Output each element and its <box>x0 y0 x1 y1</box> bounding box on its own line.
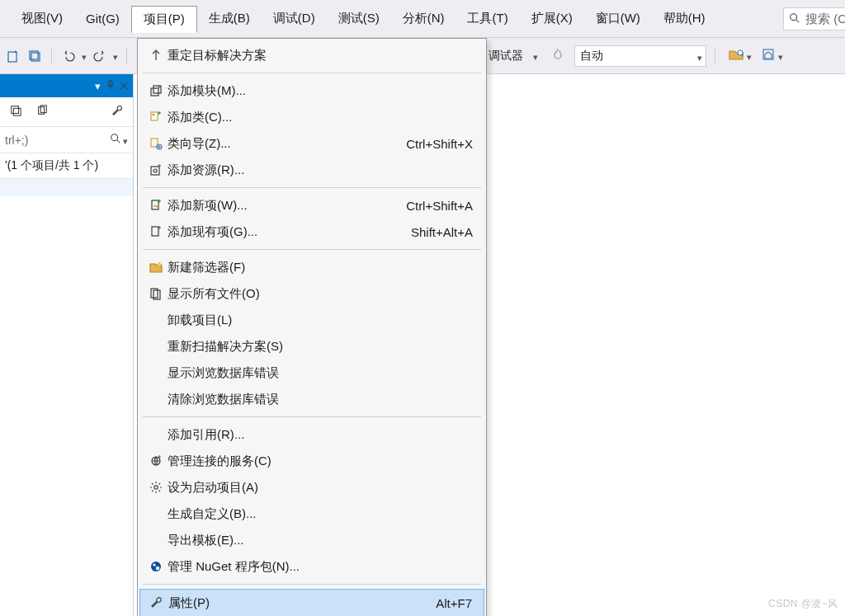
redo-icon[interactable] <box>92 48 108 64</box>
svg-line-1 <box>796 19 800 22</box>
debugger-dropdown-icon[interactable] <box>533 49 538 63</box>
home-dropdown-icon[interactable] <box>778 49 783 63</box>
menu-item[interactable]: 属性(P)Alt+F7 <box>139 589 484 616</box>
menu-item[interactable]: 显示浏览数据库错误 <box>139 360 484 386</box>
search-dropdown-icon[interactable] <box>123 133 128 147</box>
menu-item[interactable]: 管理连接的服务(C) <box>139 448 484 474</box>
menu-item-label: 管理 NuGet 程序包(N)... <box>168 559 473 575</box>
menu-item[interactable]: 添加资源(R)... <box>139 157 484 183</box>
flame-icon[interactable] <box>551 48 564 63</box>
menu-item[interactable]: 重新扫描解决方案(S) <box>139 333 484 360</box>
menu-item-label: 类向导(Z)... <box>168 136 406 152</box>
menu-item[interactable]: 添加类(C)... <box>139 104 484 130</box>
menu-window[interactable]: 窗口(W) <box>584 6 652 31</box>
svg-rect-11 <box>13 108 21 115</box>
menu-item[interactable]: 类向导(Z)...Ctrl+Shift+X <box>139 130 484 157</box>
menu-analyze[interactable]: 分析(N) <box>391 6 456 31</box>
menu-item[interactable]: 添加模块(M)... <box>139 78 484 104</box>
global-search[interactable]: 搜索 (C <box>783 7 845 31</box>
watermark: CSDN @凌~风 <box>768 597 838 611</box>
menu-test[interactable]: 测试(S) <box>327 6 391 31</box>
menu-project[interactable]: 项目(P) <box>131 6 197 33</box>
home-icon[interactable] <box>762 48 775 63</box>
panel-header-chevron-icon[interactable]: ▾ <box>93 80 101 92</box>
panel-search[interactable]: trl+;) <box>0 127 133 153</box>
menu-item[interactable]: 重定目标解决方案 <box>139 42 484 68</box>
svg-point-31 <box>151 562 161 571</box>
collapse-all-icon[interactable] <box>8 105 23 119</box>
menu-item[interactable]: 清除浏览数据库错误 <box>139 386 484 412</box>
folder-search-icon[interactable] <box>729 48 744 63</box>
svg-point-20 <box>153 114 155 116</box>
gear-icon <box>144 481 168 494</box>
menu-item-label: 显示浏览数据库错误 <box>168 365 473 381</box>
menu-item[interactable]: 添加新项(W)...Ctrl+Shift+A <box>139 192 484 219</box>
svg-point-0 <box>791 13 797 20</box>
new-item-icon[interactable] <box>5 48 21 64</box>
svg-point-24 <box>153 169 157 172</box>
menu-item-label: 生成自定义(B)... <box>168 506 473 522</box>
menu-item-shortcut: Ctrl+Shift+A <box>406 199 473 213</box>
pin-icon[interactable] <box>106 80 115 92</box>
folder-search-dropdown-icon[interactable] <box>747 49 752 63</box>
svg-rect-2 <box>8 52 17 62</box>
menu-item[interactable]: 生成自定义(B)... <box>139 501 484 527</box>
menu-item-label: 卸载项目(L) <box>168 313 473 328</box>
svg-rect-17 <box>151 88 158 96</box>
undo-icon[interactable] <box>60 48 77 64</box>
config-value: 自动 <box>580 49 687 63</box>
separator <box>715 47 715 65</box>
menu-item[interactable]: 显示所有文件(O) <box>139 280 484 307</box>
svg-rect-19 <box>151 112 158 120</box>
panel-toolbar <box>0 97 133 127</box>
menu-build[interactable]: 生成(B) <box>197 6 262 31</box>
svg-line-15 <box>117 140 120 143</box>
separator <box>126 47 127 65</box>
menu-git[interactable]: Git(G) <box>74 7 131 31</box>
menu-item-label: 属性(P) <box>168 595 436 611</box>
menu-item-label: 添加资源(R)... <box>168 162 473 178</box>
menu-help[interactable]: 帮助(H) <box>652 6 717 31</box>
panel-header[interactable]: ▾ <box>0 74 133 97</box>
connected-icon <box>144 454 168 468</box>
menu-item[interactable]: 添加现有项(G)...Shift+Alt+A <box>139 219 484 245</box>
menu-item-shortcut: Alt+F7 <box>436 596 472 610</box>
menu-ext[interactable]: 扩展(X) <box>520 6 584 31</box>
add-resource-icon <box>144 163 168 176</box>
panel-search-placeholder: trl+;) <box>5 134 110 147</box>
menu-item-label: 设为启动项目(A) <box>168 480 473 496</box>
svg-rect-10 <box>12 106 19 114</box>
menu-view[interactable]: 视图(V) <box>10 6 74 31</box>
menu-item-label: 添加引用(R)... <box>168 427 473 443</box>
debugger-label: 调试器 <box>489 49 523 63</box>
undo-dropdown-icon[interactable] <box>82 49 87 63</box>
copy-icon[interactable] <box>35 105 50 119</box>
selected-item-row[interactable] <box>0 178 133 196</box>
project-menu-dropdown: 重定目标解决方案添加模块(M)...添加类(C)...类向导(Z)...Ctrl… <box>137 38 487 616</box>
menu-item[interactable]: 管理 NuGet 程序包(N)... <box>139 553 484 580</box>
menu-item-label: 重新扫描解决方案(S) <box>168 339 473 355</box>
menu-tools[interactable]: 工具(T) <box>456 6 519 31</box>
svg-point-32 <box>153 563 155 566</box>
close-icon[interactable] <box>120 80 128 92</box>
solution-explorer-panel: ▾ trl+;) '(1 个项目/共 1 个) <box>0 74 134 616</box>
menu-item-label: 导出模板(E)... <box>168 533 473 548</box>
separator <box>51 47 52 65</box>
svg-rect-26 <box>152 227 158 236</box>
menu-item-label: 添加新项(W)... <box>168 198 406 214</box>
wrench-icon[interactable] <box>110 105 125 120</box>
menu-item[interactable]: 添加引用(R)... <box>139 421 484 448</box>
menu-item[interactable]: 设为启动项目(A) <box>139 474 484 501</box>
menu-item[interactable]: 卸载项目(L) <box>139 307 484 333</box>
menu-item-label: 添加现有项(G)... <box>168 224 411 240</box>
menu-item[interactable]: 新建筛选器(F) <box>139 254 484 280</box>
menu-item[interactable]: 导出模板(E)... <box>139 527 484 553</box>
menu-debug[interactable]: 调试(D) <box>262 6 327 31</box>
redo-dropdown-icon[interactable] <box>113 49 118 63</box>
search-placeholder: 搜索 (C <box>805 12 845 27</box>
menu-item-label: 添加类(C)... <box>168 110 473 125</box>
save-all-icon[interactable] <box>26 48 43 64</box>
chevron-down-icon <box>697 50 702 63</box>
config-combo[interactable]: 自动 <box>574 45 706 67</box>
menu-divider <box>143 73 481 73</box>
